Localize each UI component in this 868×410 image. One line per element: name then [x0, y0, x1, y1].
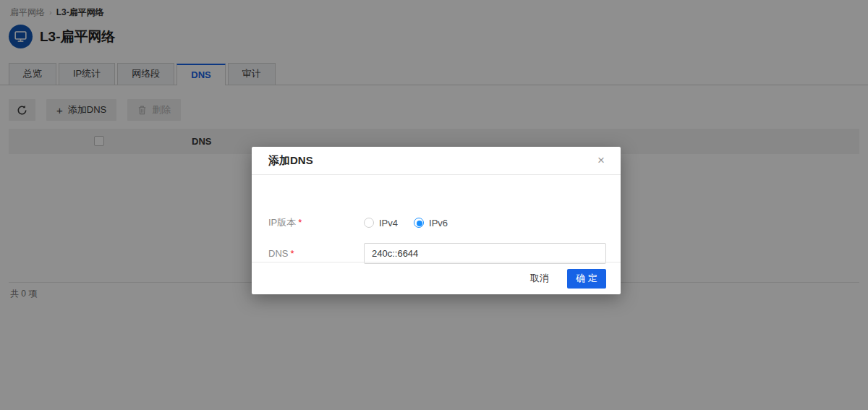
radio-ipv4[interactable]: IPv4	[364, 218, 398, 229]
radio-ipv6-label: IPv6	[429, 218, 448, 229]
radio-ipv4-circle	[364, 218, 374, 228]
cancel-button[interactable]: 取消	[524, 268, 555, 289]
close-icon[interactable]: ×	[592, 151, 610, 170]
dns-label: DNS*	[268, 248, 364, 259]
dns-input[interactable]	[364, 243, 606, 264]
modal-header: 添加DNS ×	[252, 147, 621, 175]
ip-version-label: IP版本*	[268, 216, 364, 229]
required-mark: *	[298, 217, 302, 228]
radio-ipv6[interactable]: IPv6	[414, 218, 448, 229]
modal-footer: 取消 确 定	[252, 262, 621, 294]
radio-ipv6-circle	[414, 218, 424, 228]
required-mark: *	[290, 248, 294, 259]
ip-version-label-text: IP版本	[268, 217, 296, 228]
modal-title: 添加DNS	[268, 154, 313, 168]
add-dns-modal: 添加DNS × IP版本* IPv4 IPv6 DNS* 取消 确 定	[252, 147, 621, 294]
ip-version-radio-group: IPv4 IPv6	[364, 218, 464, 229]
confirm-button[interactable]: 确 定	[567, 269, 606, 289]
dns-label-text: DNS	[268, 248, 288, 259]
ip-version-row: IP版本* IPv4 IPv6	[268, 215, 606, 230]
radio-ipv4-label: IPv4	[379, 218, 398, 229]
dns-row: DNS*	[268, 242, 606, 264]
